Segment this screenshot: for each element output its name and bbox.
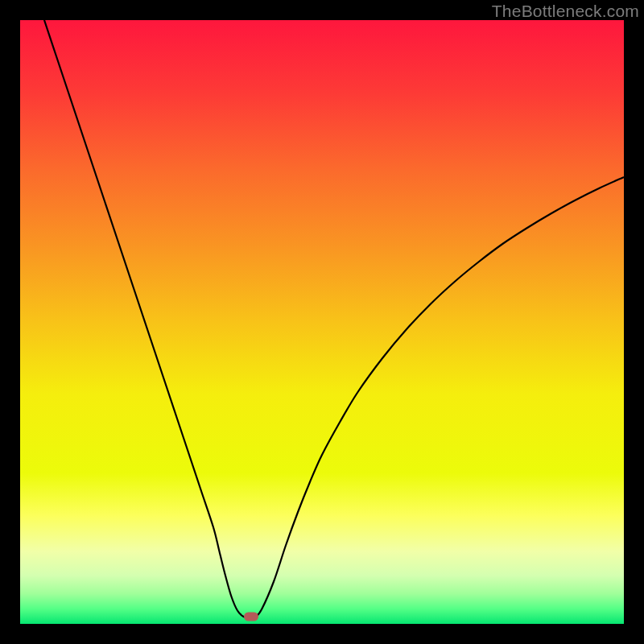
chart-frame: TheBottleneck.com xyxy=(0,0,644,644)
plot-area xyxy=(20,20,624,624)
optimal-point-marker xyxy=(244,613,258,621)
chart-line xyxy=(20,20,624,624)
watermark-text: TheBottleneck.com xyxy=(492,2,639,21)
